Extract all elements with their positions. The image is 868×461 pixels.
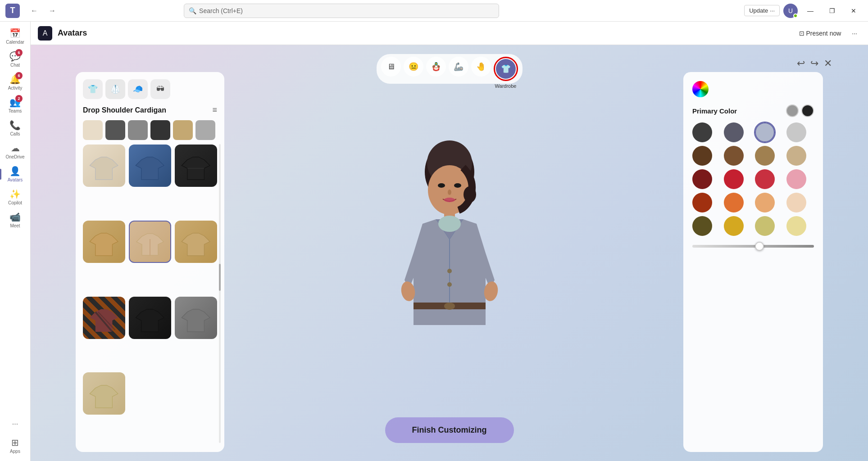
sidebar-item-apps[interactable]: ⊞ Apps [0, 434, 30, 456]
update-label: Update [749, 7, 768, 14]
undo-button[interactable]: ↩ [797, 58, 805, 69]
wardrobe-item-5[interactable] [129, 221, 171, 263]
sidebar-item-copilot[interactable]: ✨ Copilot [0, 186, 30, 208]
toolbar-body-button[interactable]: 🦾 [449, 57, 468, 77]
sidebar-item-chat[interactable]: 💬 6 Chat [0, 48, 30, 70]
present-now-button[interactable]: ⊡ Present now [795, 28, 845, 39]
svg-point-15 [447, 282, 452, 287]
wardrobe-scrollbar-thumb[interactable] [219, 264, 221, 291]
wardrobe-tab-shirt[interactable]: 👕 [83, 79, 103, 99]
strip-item[interactable] [105, 120, 125, 140]
wardrobe-tab-glasses[interactable]: 🕶 [150, 79, 170, 99]
svg-point-9 [448, 190, 451, 195]
wardrobe-item-6[interactable] [175, 221, 217, 263]
color-swatch-orange-brown[interactable] [692, 193, 712, 212]
strip-item[interactable] [173, 120, 193, 140]
wardrobe-item-1[interactable] [83, 145, 125, 187]
sidebar: 📅 Calendar 💬 6 Chat 🔔 6 Activity 👥 2 Tea… [0, 22, 31, 461]
color-swatch-red[interactable] [724, 169, 744, 189]
color-swatch-dark-gray[interactable] [692, 122, 712, 142]
color-swatch-grid [692, 122, 814, 236]
slider-track[interactable] [692, 245, 814, 248]
copilot-icon: ✨ [9, 189, 21, 199]
editor-close-button[interactable]: ✕ [824, 58, 832, 69]
apps-icon: ⊞ [11, 437, 19, 448]
close-button[interactable]: ✕ [845, 4, 863, 18]
color-swatch-medium-gray[interactable] [724, 122, 744, 142]
teams-icon: 👥 2 [9, 97, 21, 108]
toolbar-presentation-button[interactable]: 🖥 [381, 57, 401, 77]
color-swatch-medium-brown[interactable] [724, 146, 744, 166]
wardrobe-item-9[interactable] [175, 297, 217, 339]
avatars-icon: 👤 [9, 166, 21, 176]
sidebar-label-activity: Activity [8, 86, 23, 90]
sidebar-item-onedrive[interactable]: ☁ OneDrive [0, 140, 30, 162]
slider-thumb[interactable] [755, 242, 764, 251]
filter-button[interactable]: ≡ [212, 105, 217, 115]
color-swatch-pink[interactable] [786, 169, 806, 189]
back-button[interactable]: ← [27, 4, 41, 18]
wardrobe-selected-wrapper: 👕 Wardrobe [494, 57, 518, 81]
wardrobe-tabs: 👕 🥼 🧢 🕶 [83, 79, 217, 99]
content-area: A Avatars ⊡ Present now ··· 🖥 😐 🪆 🦾 🤚 [31, 22, 868, 461]
color-slider[interactable] [692, 245, 814, 248]
wardrobe-panel: 👕 🥼 🧢 🕶 Drop Shoulder Cardigan ≡ [76, 72, 224, 452]
toolbar-face-button[interactable]: 😐 [404, 57, 423, 77]
sidebar-item-calendar[interactable]: 📅 Calendar [0, 25, 30, 47]
color-swatch-olive[interactable] [692, 216, 712, 236]
svg-point-10 [444, 198, 455, 202]
calls-icon: 📞 [9, 120, 21, 131]
color-swatch-dark-brown[interactable] [692, 146, 712, 166]
wardrobe-tab-jacket[interactable]: 🥼 [105, 79, 125, 99]
wardrobe-tab-hat[interactable]: 🧢 [128, 79, 148, 99]
wardrobe-item-4[interactable] [83, 221, 125, 263]
forward-button[interactable]: → [45, 4, 59, 18]
strip-item[interactable] [83, 120, 103, 140]
sidebar-item-meet[interactable]: 📹 Meet [0, 209, 30, 231]
minimize-button[interactable]: — [801, 4, 819, 18]
wardrobe-item-10[interactable] [83, 372, 125, 415]
color-swatch-light-blue-gray[interactable] [755, 122, 775, 142]
color-swatch-peach[interactable] [755, 193, 775, 212]
color-swatch-light-yellow[interactable] [786, 216, 806, 236]
strip-item[interactable] [195, 120, 215, 140]
update-button[interactable]: Update ··· [744, 5, 780, 16]
sidebar-item-calls[interactable]: 📞 Calls [0, 117, 30, 139]
maximize-button[interactable]: ❐ [823, 4, 841, 18]
user-avatar[interactable]: U [783, 4, 798, 18]
wardrobe-item-2[interactable] [129, 145, 171, 187]
wardrobe-item-8[interactable] [129, 297, 171, 339]
strip-item[interactable] [150, 120, 170, 140]
strip-item[interactable] [128, 120, 148, 140]
color-swatch-yellow[interactable] [724, 216, 744, 236]
sidebar-dots[interactable]: ··· [0, 415, 30, 434]
color-swatch-light-gray[interactable] [786, 122, 806, 142]
color-swatch-light-peach[interactable] [786, 193, 806, 212]
toolbar-wardrobe-button[interactable]: 👕 [496, 59, 516, 79]
sidebar-item-activity[interactable]: 🔔 6 Activity [0, 71, 30, 93]
sidebar-item-avatars[interactable]: 👤 Avatars [0, 163, 30, 185]
chat-badge: 6 [15, 49, 23, 56]
color-swatch-tan-brown[interactable] [755, 146, 775, 166]
svg-point-18 [438, 216, 461, 232]
wardrobe-scrollbar[interactable] [219, 144, 221, 443]
svg-point-20 [444, 303, 455, 310]
wardrobe-item-7[interactable] [83, 297, 125, 339]
wardrobe-item-3[interactable] [175, 145, 217, 187]
redo-button[interactable]: ↪ [810, 58, 818, 69]
toolbar-head-button[interactable]: 🪆 [426, 57, 446, 77]
search-placeholder: Search (Ctrl+E) [199, 7, 243, 14]
color-swatch-light-olive[interactable] [755, 216, 775, 236]
finish-customizing-button[interactable]: Finish Customizing [385, 417, 514, 443]
sidebar-item-teams[interactable]: 👥 2 Teams [0, 94, 30, 116]
color-swatch-light-tan[interactable] [786, 146, 806, 166]
color-section-header: Primary Color [692, 104, 814, 117]
search-bar[interactable]: 🔍 Search (Ctrl+E) [184, 4, 499, 18]
more-options-button[interactable]: ··· [848, 28, 861, 39]
color-swatch-dark-red[interactable] [692, 169, 712, 189]
wardrobe-section-title: Drop Shoulder Cardigan [83, 106, 166, 114]
toolbar-gesture-button[interactable]: 🤚 [471, 57, 491, 77]
wardrobe-label: Wardrobe [495, 83, 517, 89]
color-swatch-medium-red[interactable] [755, 169, 775, 189]
color-swatch-orange[interactable] [724, 193, 744, 212]
